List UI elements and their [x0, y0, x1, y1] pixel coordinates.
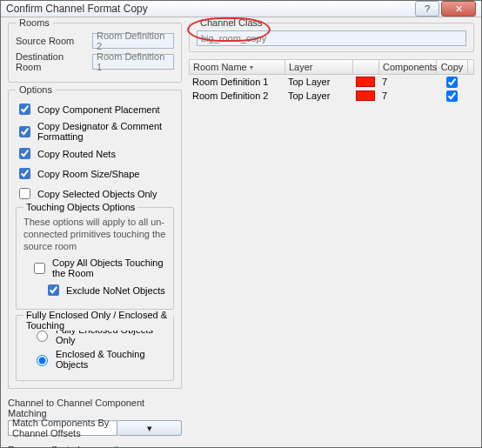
col-room-name[interactable]: Room Name	[190, 60, 285, 74]
touching-note: These options will apply to all un-conne…	[23, 217, 166, 252]
copy-component-placement-checkbox[interactable]: Copy Component Placement	[16, 101, 174, 117]
cell-color	[352, 77, 378, 87]
enclosed-legend: Fully Enclosed Only / Enclosed & Touchin…	[23, 310, 173, 331]
table-row[interactable]: Room Definition 2Top Layer7	[189, 89, 474, 103]
matching-combo[interactable]: Match Components By Channel Offsets ▾	[8, 420, 182, 436]
table-row[interactable]: Room Definition 1Top Layer7	[189, 75, 474, 89]
rooms-table: Room Name Layer Components Copy Room Def…	[189, 59, 474, 103]
left-column: Rooms Source Room Room Definition 2 Dest…	[8, 23, 182, 448]
cell-layer: Top Layer	[285, 90, 352, 101]
cell-components: 7	[378, 90, 436, 101]
copy-room-size-checkbox[interactable]: Copy Room Size/Shape	[16, 165, 174, 182]
enclosed-touching-radio[interactable]: Enclosed & Touching Objects	[32, 349, 166, 370]
row-copy-checkbox[interactable]	[446, 90, 458, 102]
copy-routed-nets-checkbox[interactable]: Copy Routed Nets	[16, 145, 174, 162]
col-layer[interactable]: Layer	[285, 60, 353, 74]
copy-selected-only-checkbox[interactable]: Copy Selected Objects Only	[16, 185, 174, 202]
cell-color	[352, 90, 378, 101]
exclude-nonet-checkbox[interactable]: Exclude NoNet Objects	[44, 282, 166, 298]
rooms-legend: Rooms	[16, 17, 53, 28]
cell-room: Room Definition 2	[189, 90, 285, 101]
remove-label: Remove affected connections	[8, 445, 182, 448]
help-button[interactable]: ?	[415, 1, 439, 17]
options-legend: Options	[16, 84, 56, 95]
channel-class-field: big_room_copy	[197, 30, 466, 46]
destination-room-label: Destination Room	[16, 51, 89, 72]
color-swatch	[356, 77, 375, 87]
channel-class-group: Channel Class big_room_copy	[189, 23, 474, 52]
col-color[interactable]	[353, 60, 379, 74]
options-group: Options Copy Component Placement Copy De…	[8, 90, 182, 389]
color-swatch	[356, 90, 375, 101]
chevron-down-icon[interactable]: ▾	[117, 420, 182, 436]
matching-label: Channel to Channel Component Matching	[8, 398, 182, 418]
touching-legend: Touching Objects Options	[23, 202, 137, 212]
col-copy[interactable]: Copy	[437, 60, 468, 74]
channel-class-legend: Channel Class	[197, 17, 266, 28]
rooms-group: Rooms Source Room Room Definition 2 Dest…	[8, 23, 182, 83]
col-components[interactable]: Components	[379, 60, 437, 74]
titlebar: Confirm Channel Format Copy ? ✕	[1, 1, 481, 17]
right-column: Channel Class big_room_copy Room Name La…	[189, 23, 474, 448]
cell-room: Room Definition 1	[189, 77, 285, 87]
cell-layer: Top Layer	[285, 77, 352, 87]
table-body: Room Definition 1Top Layer7Room Definiti…	[189, 75, 474, 103]
row-copy-checkbox[interactable]	[446, 77, 458, 88]
cell-copy	[436, 88, 467, 104]
touching-objects-group: Touching Objects Options These options w…	[16, 207, 174, 310]
copy-designator-checkbox[interactable]: Copy Designator & Comment Formatting	[16, 121, 174, 142]
dialog-body: Rooms Source Room Room Definition 2 Dest…	[1, 17, 481, 448]
table-header: Room Name Layer Components Copy	[189, 59, 474, 75]
enclosed-group: Fully Enclosed Only / Enclosed & Touchin…	[16, 315, 174, 381]
matching-value: Match Components By Channel Offsets	[8, 420, 117, 436]
window-title: Confirm Channel Format Copy	[6, 3, 413, 15]
close-button[interactable]: ✕	[441, 1, 476, 17]
dialog-window: Confirm Channel Format Copy ? ✕ Rooms So…	[0, 0, 482, 448]
source-room-field: Room Definition 2	[92, 33, 174, 49]
copy-all-touching-checkbox[interactable]: Copy All Objects Touching the Room	[30, 257, 166, 278]
cell-components: 7	[378, 77, 436, 87]
destination-room-field: Room Definition 1	[92, 54, 174, 70]
source-room-label: Source Room	[16, 36, 89, 46]
